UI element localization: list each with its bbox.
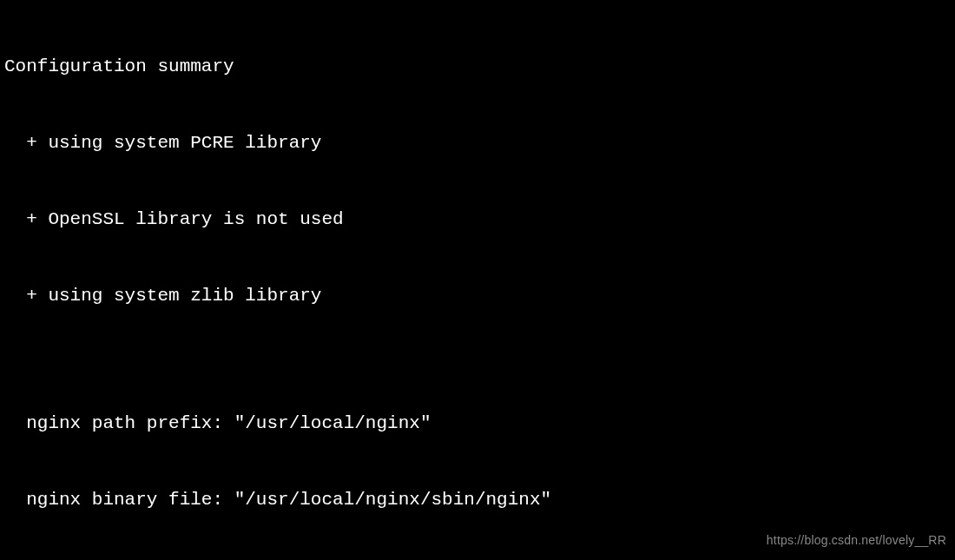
terminal-output[interactable]: Configuration summary + using system PCR… bbox=[4, 3, 951, 560]
config-bullet-line: + using system zlib library bbox=[4, 283, 951, 308]
config-path-line: nginx binary file: "/usr/local/nginx/sbi… bbox=[4, 487, 951, 512]
watermark-text: https://blog.csdn.net/lovely__RR bbox=[767, 532, 946, 550]
config-bullet-line: + using system PCRE library bbox=[4, 130, 951, 155]
config-bullet-line: + OpenSSL library is not used bbox=[4, 207, 951, 232]
config-summary-header: Configuration summary bbox=[4, 54, 951, 79]
config-path-line: nginx path prefix: "/usr/local/nginx" bbox=[4, 411, 951, 436]
